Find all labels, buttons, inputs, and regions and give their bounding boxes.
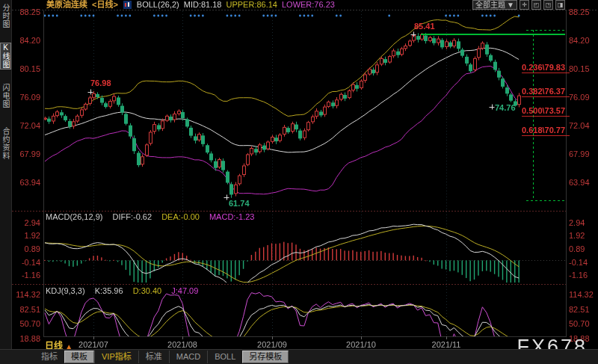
macd-axis-label-right: 1.92 xyxy=(569,231,585,240)
bottom-toolbar: 指标 模板 VIP指标 标准 MACD BOLL 另存模板 xyxy=(0,349,598,364)
annotation-low-aug: 61.74 xyxy=(229,199,250,208)
date-axis-label: 2021/09 xyxy=(257,340,287,349)
pane-split-button[interactable]: ◳ xyxy=(543,0,553,10)
annotation-high-june: 76.98 xyxy=(90,78,111,87)
date-axis-label: 2021/08 xyxy=(167,340,197,349)
kdj-pane-header: KDJ(9,3,3) K:35.96 D:30.40 J:47.09 xyxy=(46,286,206,295)
period-label: <日线> xyxy=(92,0,118,10)
kdj-axis-label-right: 50.70 xyxy=(569,319,590,328)
macd-diff-readout: DIFF:-0.62 xyxy=(112,212,152,221)
header-right-group: 全部主题 ▼ ✛ ◰ ◳ ◨ xyxy=(472,0,565,10)
toolbar-item-template[interactable]: 模板 xyxy=(64,351,94,363)
chart-header-bar: 美原油连续 <日线> BOLL(26,2) MID:81.18 UPPER:86… xyxy=(0,0,598,10)
pane-split-icon: ◳ xyxy=(546,1,552,8)
kdj-axis-label-right: 82.51 xyxy=(569,305,590,314)
price-axis-label-right: 67.99 xyxy=(569,149,590,158)
toolbar-item-macd[interactable]: MACD xyxy=(169,351,207,363)
fib-level-0382: 0.382\76.37 xyxy=(522,87,570,97)
toolbar-item-vip-indicator[interactable]: VIP指标 xyxy=(94,351,138,363)
fib-level-0618: 0.618\70.77 xyxy=(522,126,570,136)
macd-params-label: MACD(26,12,9) xyxy=(46,212,102,221)
trading-app-window: 美原油连续 <日线> BOLL(26,2) MID:81.18 UPPER:86… xyxy=(0,0,598,364)
toolbar-item-standard[interactable]: 标准 xyxy=(138,351,169,363)
fib-level-0500: 0.500\73.57 xyxy=(522,106,570,117)
symbol-name[interactable]: 美原油连续 xyxy=(46,0,87,10)
macd-dea-readout: DEA:-0.00 xyxy=(161,212,200,221)
pane-layout-button[interactable]: ◰ xyxy=(531,0,541,10)
sidebar-item-lightning-chart[interactable]: 闪电图 xyxy=(1,84,10,108)
boll-lower-readout: LOWER:76.23 xyxy=(282,0,335,10)
toolbar-item-boll[interactable]: BOLL xyxy=(207,351,242,363)
macd-value-readout: MACD:-1.23 xyxy=(209,212,255,221)
mini-chart-icon xyxy=(123,1,132,9)
macd-axis-label-right: -0.14 xyxy=(569,258,588,267)
kdj-d-readout: D:30.40 xyxy=(133,286,162,295)
fib-level-0236: 0.236\79.83 xyxy=(522,63,570,73)
sidebar-item-contract-info[interactable]: 合约资料 xyxy=(1,127,10,160)
theme-dropdown-label: 全部主题 xyxy=(475,1,505,9)
crosshair-icon: ✛ xyxy=(522,1,527,8)
toolbar-item-indicator[interactable]: 指标 xyxy=(34,351,64,363)
date-axis-label: 2021/11 xyxy=(432,340,461,349)
toolbar-item-save-template[interactable]: 另存模板 xyxy=(242,351,289,363)
price-axis-label-right: 63.94 xyxy=(569,178,590,187)
kdj-axis-label-right: 114.32 xyxy=(569,290,594,299)
annotation-low-nov: 74.76 xyxy=(495,103,516,112)
chart-mode-sidebar: 分时图 K线图 闪电图 合约资料 xyxy=(0,0,12,364)
dock-panel-button[interactable]: ◨ xyxy=(555,0,565,10)
pane-layout-icon: ◰ xyxy=(534,1,540,8)
kdj-k-readout: K:35.96 xyxy=(95,286,123,295)
price-axis-label-right: 84.20 xyxy=(569,36,590,45)
sidebar-item-kline-chart[interactable]: K线图 xyxy=(0,43,11,70)
price-axis-label-right: 72.04 xyxy=(569,121,590,130)
chevron-down-icon: ▼ xyxy=(507,1,514,9)
annotation-high-oct: 85.41 xyxy=(414,22,435,31)
kdj-params-label: KDJ(9,3,3) xyxy=(46,286,85,295)
chart-canvas[interactable] xyxy=(0,0,598,364)
boll-params-label: BOLL(26,2) xyxy=(137,0,179,10)
dock-panel-icon: ◨ xyxy=(558,1,564,8)
date-axis-label: 2021/10 xyxy=(346,340,376,349)
macd-pane-header: MACD(26,12,9) DIFF:-0.62 DEA:-0.00 MACD:… xyxy=(46,212,262,221)
kdj-j-readout: J:47.09 xyxy=(171,286,198,295)
date-axis-label: 2021/07 xyxy=(78,340,108,349)
price-axis-label-right: 76.09 xyxy=(569,93,590,102)
price-axis-label-right: 80.15 xyxy=(569,64,590,73)
macd-axis-label-right: 0.89 xyxy=(569,244,585,253)
boll-upper-readout: UPPER:86.14 xyxy=(226,0,277,10)
header-left-group: 美原油连续 <日线> BOLL(26,2) MID:81.18 UPPER:86… xyxy=(46,0,335,10)
boll-mid-readout: MID:81.18 xyxy=(184,0,222,10)
macd-axis-label-right: -1.16 xyxy=(569,271,588,280)
theme-dropdown[interactable]: 全部主题 ▼ xyxy=(472,0,517,10)
crosshair-tool-button[interactable]: ✛ xyxy=(520,0,529,10)
macd-axis-label-right: 2.94 xyxy=(569,218,585,227)
